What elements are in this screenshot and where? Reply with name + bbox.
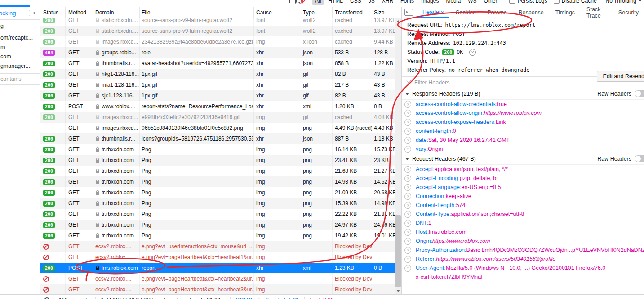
header-item[interactable]: ? User-Agent Mozilla/5.0 (Windows NT 10.…: [402, 264, 644, 273]
search-icon[interactable]: [295, 0, 297, 4]
table-row[interactable]: 200 GET thumbnails.r... icons?groupIds=5…: [40, 133, 395, 144]
header-item[interactable]: ? Host lms.roblox.com: [402, 228, 644, 237]
collapse-sidebar-icon[interactable]: [29, 10, 36, 16]
table-row[interactable]: 200 GET tr.rbxcdn.com Png img png 16.14 …: [40, 144, 395, 155]
request-blocking-icon[interactable]: [301, 0, 303, 4]
filter-pill[interactable]: Media: [443, 0, 464, 5]
help-icon[interactable]: ?: [404, 238, 411, 245]
help-icon[interactable]: ?: [469, 49, 476, 56]
help-icon[interactable]: ?: [404, 247, 411, 254]
details-tab[interactable]: Security: [613, 7, 644, 18]
header-item[interactable]: ? access-control-allow-credentials true: [402, 100, 644, 109]
header-item[interactable]: ? Content-Type application/json;charset=…: [402, 210, 644, 219]
blocked-url-item[interactable]: m: [0, 43, 40, 52]
help-icon[interactable]: ?: [404, 265, 411, 272]
request-headers-section-header[interactable]: Request Headers (467 B) Raw Headers: [402, 154, 644, 165]
split-panel-toggle-icon[interactable]: [404, 9, 413, 16]
response-headers-section-header[interactable]: Response Headers (219 B) Raw Headers: [402, 88, 644, 100]
header-item[interactable]: ? Accept-Language en-US,en;q=0.5: [402, 183, 644, 192]
help-icon[interactable]: ?: [404, 256, 411, 263]
details-tab[interactable]: Response: [513, 7, 550, 18]
header-item[interactable]: ? x-csrf-token I7ZlbH9YMnaI: [402, 273, 644, 281]
table-scrollbar[interactable]: [395, 18, 401, 294]
filter-pill[interactable]: Fonts: [397, 0, 417, 5]
column-header[interactable]: Size: [372, 7, 395, 18]
toolbar-checkbox[interactable]: Disable Cache: [554, 0, 597, 4]
details-tab[interactable]: Stack Trace: [581, 7, 613, 18]
help-icon[interactable]: ?: [404, 211, 411, 218]
help-icon[interactable]: ?: [404, 137, 411, 144]
table-row[interactable]: 200 GET tr.rbxcdn.com Png img png 19.42 …: [40, 230, 395, 241]
filter-pill[interactable]: WS: [465, 0, 480, 5]
table-row[interactable]: 200 POST lms.roblox.com report xhr xml 1…: [40, 263, 395, 273]
blocked-url-item[interactable]: com: [0, 52, 40, 62]
column-header[interactable]: Transferred: [333, 7, 372, 18]
table-row[interactable]: GET ecsv2.roblox.... e.png?evt=pageHeart…: [40, 252, 395, 263]
help-icon[interactable]: ?: [404, 166, 411, 173]
table-row[interactable]: GET ecsv2.roblox.... e.png?evt=userInter…: [40, 241, 395, 252]
scrollbar-thumb[interactable]: [395, 215, 401, 287]
toolbar-dropdown[interactable]: No Throttling: [606, 0, 642, 4]
help-icon[interactable]: ?: [404, 193, 411, 200]
raw-headers-toggle[interactable]: [635, 155, 644, 162]
help-icon[interactable]: ?: [404, 110, 411, 117]
blocked-url-item[interactable]: om/recaptc...: [0, 33, 40, 43]
table-row[interactable]: 200 GET sjc1-128-116-... 1px.gif xhr gif…: [40, 90, 395, 101]
table-row[interactable]: 200 GET tr.rbxcdn.com Png img png 21.68 …: [40, 166, 395, 176]
help-icon[interactable]: ?: [404, 101, 411, 108]
help-icon[interactable]: ?: [404, 119, 411, 126]
filter-pill[interactable]: All: [312, 0, 324, 5]
table-row[interactable]: 200 GET images.rbxcd... 23421382939a9f4a…: [40, 36, 395, 47]
header-item[interactable]: ? Content-Length 574: [402, 201, 644, 210]
table-row[interactable]: 200 GET tr.rbxcdn.com Png img png 14.93 …: [40, 176, 395, 187]
table-row[interactable]: 200 GET images.rbxcd... e998fb4c03e8c2e3…: [40, 112, 395, 123]
column-header[interactable]: Domain: [93, 7, 140, 18]
raw-headers-toggle[interactable]: [635, 90, 644, 97]
filter-pill[interactable]: XHR: [379, 0, 396, 5]
table-row[interactable]: 200 GET tr.rbxcdn.com Png img png 22.22 …: [40, 209, 395, 220]
help-icon[interactable]: ?: [404, 146, 411, 153]
header-item[interactable]: ? DNT 1: [402, 219, 644, 228]
help-icon[interactable]: ?: [404, 128, 411, 135]
header-item[interactable]: ? Origin https://www.roblox.com: [402, 237, 644, 246]
filter-pill[interactable]: Images: [418, 0, 442, 5]
scroll-up-arrow[interactable]: [395, 18, 401, 24]
table-row[interactable]: 200 GET tr.rbxcdn.com Png img png 24.97 …: [40, 220, 395, 230]
column-header[interactable]: File: [140, 7, 254, 18]
header-item[interactable]: ? content-length 0: [402, 127, 644, 136]
blocked-url-item[interactable]: g: [0, 22, 40, 31]
table-row[interactable]: 404 GET groups.roblo... role xhr json 53…: [40, 47, 395, 58]
table-row[interactable]: 200 GET thumbnails.r... avatar-headshot?…: [40, 58, 395, 69]
help-icon[interactable]: ?: [404, 220, 411, 227]
filter-pill[interactable]: HTML: [325, 0, 346, 5]
details-tab[interactable]: Params: [481, 7, 512, 18]
table-row[interactable]: GET ecsv2.roblox.... e.png?evt=pageHeart…: [40, 284, 395, 294]
details-tab[interactable]: Headers: [417, 7, 449, 18]
header-item[interactable]: ? Accept-Encoding gzip, deflate, br: [402, 174, 644, 183]
help-icon[interactable]: ?: [404, 202, 411, 209]
column-header[interactable]: Method: [66, 7, 93, 18]
help-icon[interactable]: ?: [404, 175, 411, 182]
header-item[interactable]: ? Referer https://www.roblox.com/users/5…: [402, 255, 644, 264]
blocking-filter-input[interactable]: [0, 75, 37, 83]
header-item[interactable]: ? Connection keep-alive: [402, 192, 644, 201]
details-tab[interactable]: Timings: [550, 7, 581, 18]
details-tab[interactable]: Cookies: [449, 7, 481, 18]
filter-pill[interactable]: Other: [480, 0, 500, 5]
help-icon[interactable]: ?: [404, 184, 411, 191]
table-row[interactable]: 200 GET static.rbxcdn.... source-sans-pr…: [40, 26, 395, 36]
blocked-url-item[interactable]: gmanager....: [0, 62, 40, 71]
header-item[interactable]: ? date Sat, 30 May 2020 16:27:41 GMT: [402, 136, 644, 145]
help-icon[interactable]: ?: [404, 229, 411, 236]
column-header[interactable]: Type: [300, 7, 333, 18]
table-row[interactable]: 200 GET tr.rbxcdn.com Png img png 15.39 …: [40, 198, 395, 209]
header-item[interactable]: ? access-control-allow-origin https://ww…: [402, 109, 644, 118]
header-item[interactable]: ? vary Origin: [402, 145, 644, 154]
filter-pill[interactable]: JS: [365, 0, 378, 5]
table-row[interactable]: GET ecsv2.roblox.... e.png?evt=pageHeart…: [40, 273, 395, 284]
header-item[interactable]: ? access-control-expose-headers Link: [402, 118, 644, 127]
table-row[interactable]: 200 GET tr.rbxcdn.com Png img png 21.09 …: [40, 187, 395, 198]
scroll-down-arrow[interactable]: [395, 288, 401, 294]
table-row[interactable]: 200 GET hkg1-128-116... 1px.gif xhr gif …: [40, 69, 395, 79]
pause-icon[interactable]: [289, 0, 290, 3]
